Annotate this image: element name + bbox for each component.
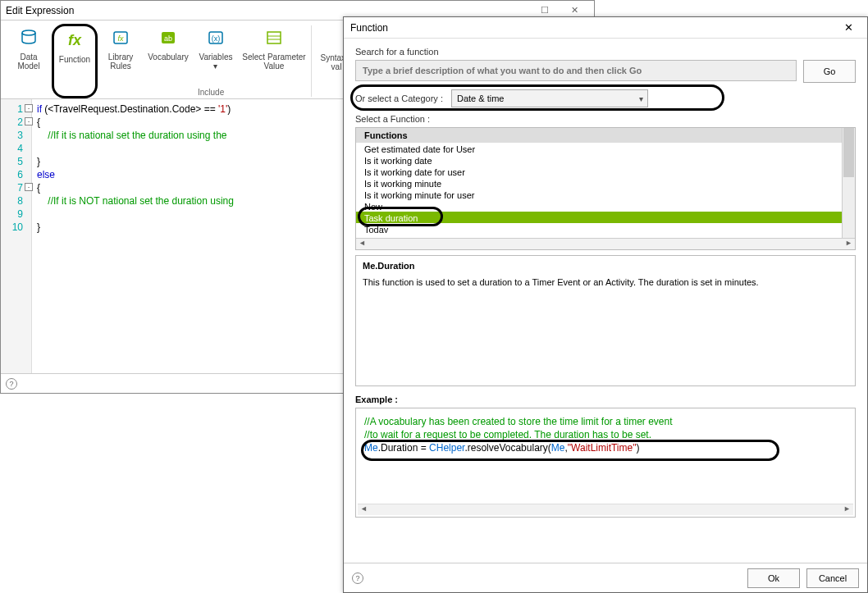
example-code: Me.Duration = CHelper.resolveVocabulary(… xyxy=(364,441,847,454)
svg-text:(x): (x) xyxy=(212,34,221,43)
dialog-footer: ? Ok Cancel xyxy=(344,563,867,592)
function-item[interactable]: Get estimated date for User xyxy=(356,143,855,154)
svg-point-0 xyxy=(22,30,35,35)
fold-icon[interactable]: - xyxy=(25,183,33,191)
search-label: Search for a function xyxy=(355,47,856,57)
ribbon-vocabulary[interactable]: ab Vocabulary xyxy=(144,24,193,98)
vertical-scrollbar[interactable] xyxy=(842,128,855,238)
function-item[interactable]: Is it working date for user xyxy=(356,166,855,177)
example-scrollbar[interactable]: ◄► xyxy=(358,504,853,515)
cancel-button[interactable]: Cancel xyxy=(806,568,859,588)
parameter-icon xyxy=(262,25,286,50)
go-button[interactable]: Go xyxy=(803,60,856,83)
horizontal-scrollbar[interactable]: ◄► xyxy=(356,238,855,249)
help-icon[interactable]: ? xyxy=(6,378,17,390)
library-icon: fx xyxy=(108,25,133,50)
ribbon-group-label: Include xyxy=(198,88,224,97)
function-list: Functions Get estimated date for User Is… xyxy=(355,127,856,250)
svg-text:ab: ab xyxy=(164,34,172,43)
function-item[interactable]: Is it working minute xyxy=(356,177,855,189)
function-item[interactable]: Now xyxy=(356,200,855,212)
line-gutter: 1- 2- 3 4 5 6 7- 8 9 10 xyxy=(1,99,32,373)
category-select[interactable]: Date & time xyxy=(451,89,648,107)
ribbon-data-model[interactable]: Data Model xyxy=(6,24,52,98)
help-icon[interactable]: ? xyxy=(352,572,363,584)
desc-text: This function is used to set a duration … xyxy=(363,277,848,287)
category-label: Or select a Category : xyxy=(355,94,443,103)
search-input[interactable] xyxy=(355,60,797,81)
close-icon[interactable]: ✕ xyxy=(836,21,861,34)
description-box: Me.Duration This function is used to set… xyxy=(355,255,856,386)
fx-icon: fx xyxy=(62,28,87,52)
svg-text:fx: fx xyxy=(117,34,124,43)
ok-button[interactable]: Ok xyxy=(747,568,800,588)
function-dialog: Function ✕ Search for a function Go Or s… xyxy=(343,16,868,593)
function-item-selected[interactable]: Task duration xyxy=(356,212,855,223)
select-function-label: Select a Function : xyxy=(355,114,856,124)
edit-title: Edit Expression xyxy=(6,5,74,16)
list-header: Functions xyxy=(356,128,855,143)
example-label: Example : xyxy=(355,395,856,404)
svg-rect-7 xyxy=(267,32,281,43)
fold-icon[interactable]: - xyxy=(25,117,33,125)
variables-icon: (x) xyxy=(203,25,228,50)
fold-icon[interactable]: - xyxy=(25,104,33,112)
ribbon-function[interactable]: fx Function xyxy=(52,24,98,98)
database-icon xyxy=(16,25,41,50)
func-title: Function xyxy=(350,22,388,34)
example-box: //A vocabulary has been created to store… xyxy=(355,408,856,518)
function-item[interactable]: Today xyxy=(356,223,855,233)
ribbon-library-rules[interactable]: fx Library Rules xyxy=(98,24,144,98)
function-item[interactable]: Is it working date xyxy=(356,154,855,166)
ribbon-select-parameter[interactable]: Select Parameter Value xyxy=(239,24,309,98)
vocabulary-icon: ab xyxy=(156,25,180,50)
func-titlebar: Function ✕ xyxy=(344,17,867,39)
function-item[interactable]: Is it working minute for user xyxy=(356,189,855,200)
desc-title: Me.Duration xyxy=(363,261,848,271)
